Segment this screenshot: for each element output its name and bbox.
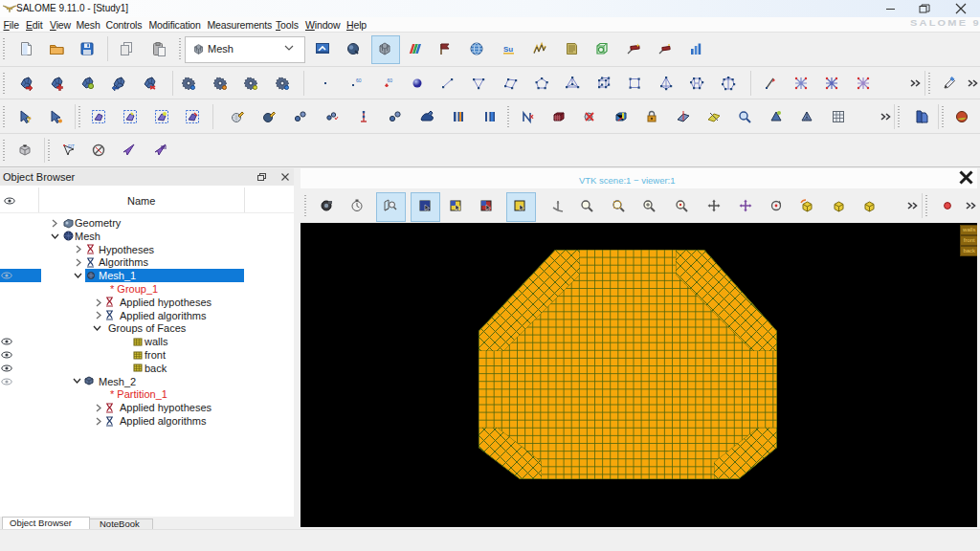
svg-text:?: ? [27,115,33,124]
svg-text:60: 60 [388,77,393,82]
svg-text:FIT: FIT [68,144,75,149]
svg-text:60: 60 [356,77,362,83]
svg-text:Su: Su [503,45,513,54]
